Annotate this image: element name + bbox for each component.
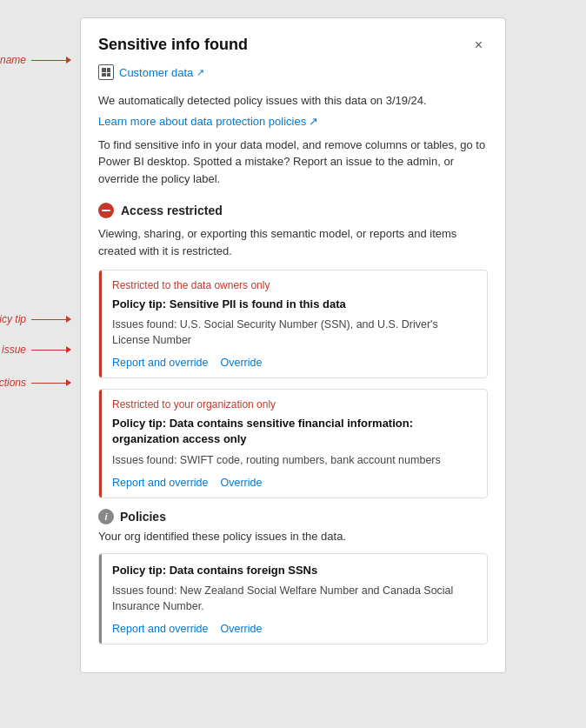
- policy-issues-1: Issues found: U.S. Social Security Numbe…: [112, 317, 476, 348]
- report-override-1[interactable]: Report and override: [112, 357, 208, 369]
- policy-actions-1: Report and override Override: [112, 357, 476, 369]
- description2: To find sensitive info in your data mode…: [98, 137, 488, 188]
- report-override-2[interactable]: Report and override: [112, 477, 208, 489]
- description1: We automatically detected policy issues …: [98, 92, 488, 110]
- policy-card-2: Restricted to your organization only Pol…: [98, 389, 488, 498]
- item-external-icon: ↗: [196, 67, 204, 78]
- policy-tip-annotation-label: Policy tip: [0, 313, 26, 325]
- policies-header: i Policies: [98, 509, 488, 524]
- override-1[interactable]: Override: [220, 357, 262, 369]
- item-name-text: Customer data: [119, 66, 193, 79]
- policies-title: Policies: [120, 510, 166, 524]
- access-restricted-desc: Viewing, sharing, or exporting this sema…: [98, 225, 488, 259]
- policy-card-1-inner: Restricted to the data owners only Polic…: [99, 270, 487, 377]
- restriction-label-1: Restricted to the data owners only: [112, 279, 476, 291]
- possible-actions-arrow: [31, 379, 71, 386]
- override-3[interactable]: Override: [220, 623, 262, 635]
- policy-issues-3: Issues found: New Zealand Social Welfare…: [112, 584, 476, 614]
- learn-more-text: Learn more about data protection policie…: [98, 115, 306, 128]
- policy-actions-3: Report and override Override: [112, 623, 476, 635]
- item-name-link[interactable]: Customer data ↗: [119, 66, 204, 79]
- policy-card-2-inner: Restricted to your organization only Pol…: [99, 390, 487, 498]
- policy-card-1: Restricted to the data owners only Polic…: [98, 270, 488, 378]
- possible-actions-annotation-label: Possible actions: [0, 377, 26, 389]
- policy-tip-title-2: Policy tip: Data contains sensitive fina…: [112, 416, 476, 447]
- learn-more-external-icon: ↗: [309, 115, 318, 128]
- info-icon: i: [98, 509, 114, 524]
- item-name-row: Customer data ↗: [98, 64, 488, 80]
- annotations-layer: Item name Policy tip Cause of issue Poss…: [0, 17, 80, 673]
- access-restricted-title: Access restricted: [121, 204, 223, 217]
- policy-tip-title-1: Policy tip: Sensitive PII is found in th…: [112, 297, 476, 312]
- policy-issues-2: Issues found: SWIFT code, routing number…: [112, 453, 476, 469]
- restriction-label-2: Restricted to your organization only: [112, 398, 476, 411]
- close-button[interactable]: ×: [469, 37, 488, 54]
- sensitive-info-panel: Sensitive info found × Customer data ↗ W…: [80, 17, 506, 673]
- policies-section: i Policies Your org identified these pol…: [98, 509, 488, 645]
- access-restricted-header: Access restricted: [98, 203, 488, 218]
- policy-actions-2: Report and override Override: [112, 477, 476, 489]
- report-override-3[interactable]: Report and override: [112, 623, 208, 635]
- item-icon: [98, 64, 114, 80]
- policy-card-3: Policy tip: Data contains foreign SSNs I…: [98, 553, 488, 645]
- learn-more-link[interactable]: Learn more about data protection policie…: [98, 115, 318, 128]
- cause-annotation-label: Cause of issue: [0, 344, 26, 356]
- policy-card-3-inner: Policy tip: Data contains foreign SSNs I…: [99, 554, 487, 644]
- item-name-annotation-label: Item name: [0, 54, 26, 66]
- item-icon-grid: [102, 68, 110, 77]
- policy-tip-arrow: [31, 316, 71, 323]
- panel-header: Sensitive info found ×: [98, 36, 488, 54]
- cause-arrow: [31, 346, 71, 353]
- item-name-arrow: [31, 57, 71, 63]
- override-2[interactable]: Override: [220, 477, 262, 489]
- panel-title: Sensitive info found: [98, 36, 248, 54]
- policies-desc: Your org identified these policy issues …: [98, 530, 488, 543]
- policy-tip-title-3: Policy tip: Data contains foreign SSNs: [112, 563, 476, 578]
- restricted-icon: [98, 203, 114, 218]
